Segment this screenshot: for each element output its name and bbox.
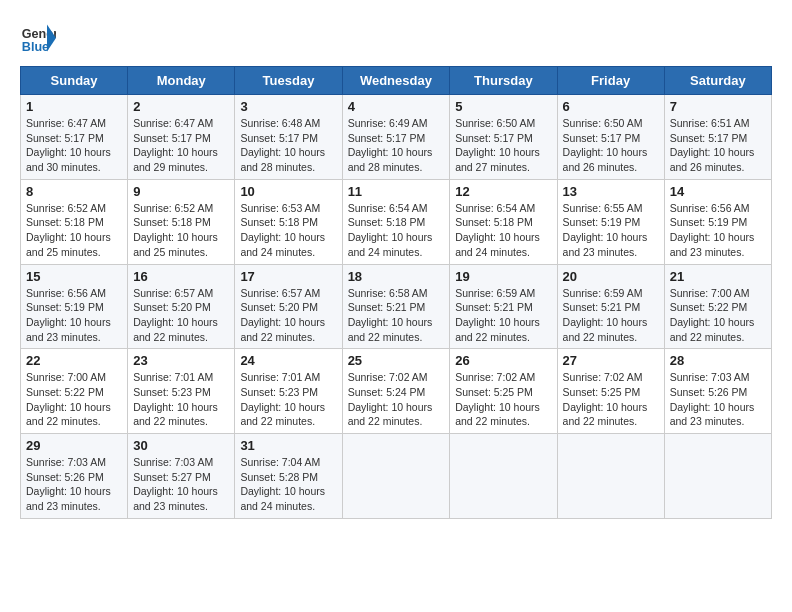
day-info: Sunrise: 6:59 AM Sunset: 5:21 PM Dayligh… bbox=[563, 286, 659, 345]
day-info: Sunrise: 7:00 AM Sunset: 5:22 PM Dayligh… bbox=[670, 286, 766, 345]
calendar-cell: 10 Sunrise: 6:53 AM Sunset: 5:18 PM Dayl… bbox=[235, 179, 342, 264]
day-info: Sunrise: 7:04 AM Sunset: 5:28 PM Dayligh… bbox=[240, 455, 336, 514]
day-info: Sunrise: 6:50 AM Sunset: 5:17 PM Dayligh… bbox=[455, 116, 551, 175]
day-info: Sunrise: 6:52 AM Sunset: 5:18 PM Dayligh… bbox=[133, 201, 229, 260]
calendar-cell: 8 Sunrise: 6:52 AM Sunset: 5:18 PM Dayli… bbox=[21, 179, 128, 264]
day-info: Sunrise: 7:01 AM Sunset: 5:23 PM Dayligh… bbox=[240, 370, 336, 429]
calendar-cell: 30 Sunrise: 7:03 AM Sunset: 5:27 PM Dayl… bbox=[128, 434, 235, 519]
calendar-cell: 27 Sunrise: 7:02 AM Sunset: 5:25 PM Dayl… bbox=[557, 349, 664, 434]
calendar-week-row: 1 Sunrise: 6:47 AM Sunset: 5:17 PM Dayli… bbox=[21, 95, 772, 180]
day-info: Sunrise: 6:56 AM Sunset: 5:19 PM Dayligh… bbox=[670, 201, 766, 260]
calendar-cell: 24 Sunrise: 7:01 AM Sunset: 5:23 PM Dayl… bbox=[235, 349, 342, 434]
day-number: 5 bbox=[455, 99, 551, 114]
header-thursday: Thursday bbox=[450, 67, 557, 95]
day-number: 24 bbox=[240, 353, 336, 368]
calendar-cell: 26 Sunrise: 7:02 AM Sunset: 5:25 PM Dayl… bbox=[450, 349, 557, 434]
day-number: 29 bbox=[26, 438, 122, 453]
calendar-cell: 11 Sunrise: 6:54 AM Sunset: 5:18 PM Dayl… bbox=[342, 179, 450, 264]
calendar-cell: 3 Sunrise: 6:48 AM Sunset: 5:17 PM Dayli… bbox=[235, 95, 342, 180]
calendar-cell: 22 Sunrise: 7:00 AM Sunset: 5:22 PM Dayl… bbox=[21, 349, 128, 434]
day-info: Sunrise: 6:56 AM Sunset: 5:19 PM Dayligh… bbox=[26, 286, 122, 345]
calendar-cell bbox=[664, 434, 771, 519]
day-number: 17 bbox=[240, 269, 336, 284]
calendar-cell: 5 Sunrise: 6:50 AM Sunset: 5:17 PM Dayli… bbox=[450, 95, 557, 180]
calendar-week-row: 22 Sunrise: 7:00 AM Sunset: 5:22 PM Dayl… bbox=[21, 349, 772, 434]
calendar-cell bbox=[557, 434, 664, 519]
calendar-cell: 31 Sunrise: 7:04 AM Sunset: 5:28 PM Dayl… bbox=[235, 434, 342, 519]
calendar-cell: 23 Sunrise: 7:01 AM Sunset: 5:23 PM Dayl… bbox=[128, 349, 235, 434]
day-info: Sunrise: 7:02 AM Sunset: 5:25 PM Dayligh… bbox=[563, 370, 659, 429]
day-info: Sunrise: 6:55 AM Sunset: 5:19 PM Dayligh… bbox=[563, 201, 659, 260]
calendar-cell: 28 Sunrise: 7:03 AM Sunset: 5:26 PM Dayl… bbox=[664, 349, 771, 434]
day-info: Sunrise: 6:49 AM Sunset: 5:17 PM Dayligh… bbox=[348, 116, 445, 175]
day-number: 2 bbox=[133, 99, 229, 114]
day-number: 3 bbox=[240, 99, 336, 114]
day-info: Sunrise: 6:50 AM Sunset: 5:17 PM Dayligh… bbox=[563, 116, 659, 175]
day-info: Sunrise: 7:02 AM Sunset: 5:25 PM Dayligh… bbox=[455, 370, 551, 429]
day-number: 20 bbox=[563, 269, 659, 284]
header-tuesday: Tuesday bbox=[235, 67, 342, 95]
day-info: Sunrise: 7:00 AM Sunset: 5:22 PM Dayligh… bbox=[26, 370, 122, 429]
day-number: 7 bbox=[670, 99, 766, 114]
day-number: 12 bbox=[455, 184, 551, 199]
day-info: Sunrise: 6:53 AM Sunset: 5:18 PM Dayligh… bbox=[240, 201, 336, 260]
day-number: 26 bbox=[455, 353, 551, 368]
day-info: Sunrise: 6:51 AM Sunset: 5:17 PM Dayligh… bbox=[670, 116, 766, 175]
day-number: 31 bbox=[240, 438, 336, 453]
calendar-cell: 20 Sunrise: 6:59 AM Sunset: 5:21 PM Dayl… bbox=[557, 264, 664, 349]
day-info: Sunrise: 6:59 AM Sunset: 5:21 PM Dayligh… bbox=[455, 286, 551, 345]
calendar-cell: 4 Sunrise: 6:49 AM Sunset: 5:17 PM Dayli… bbox=[342, 95, 450, 180]
calendar-week-row: 29 Sunrise: 7:03 AM Sunset: 5:26 PM Dayl… bbox=[21, 434, 772, 519]
day-number: 6 bbox=[563, 99, 659, 114]
logo-icon: General Blue bbox=[20, 20, 56, 56]
day-info: Sunrise: 6:52 AM Sunset: 5:18 PM Dayligh… bbox=[26, 201, 122, 260]
calendar-cell: 2 Sunrise: 6:47 AM Sunset: 5:17 PM Dayli… bbox=[128, 95, 235, 180]
calendar-cell: 17 Sunrise: 6:57 AM Sunset: 5:20 PM Dayl… bbox=[235, 264, 342, 349]
day-info: Sunrise: 6:48 AM Sunset: 5:17 PM Dayligh… bbox=[240, 116, 336, 175]
day-info: Sunrise: 6:47 AM Sunset: 5:17 PM Dayligh… bbox=[26, 116, 122, 175]
calendar-cell: 12 Sunrise: 6:54 AM Sunset: 5:18 PM Dayl… bbox=[450, 179, 557, 264]
calendar-cell bbox=[450, 434, 557, 519]
day-number: 4 bbox=[348, 99, 445, 114]
calendar-body: 1 Sunrise: 6:47 AM Sunset: 5:17 PM Dayli… bbox=[21, 95, 772, 519]
day-number: 19 bbox=[455, 269, 551, 284]
calendar-table: SundayMondayTuesdayWednesdayThursdayFrid… bbox=[20, 66, 772, 519]
day-number: 9 bbox=[133, 184, 229, 199]
day-number: 16 bbox=[133, 269, 229, 284]
calendar-cell: 13 Sunrise: 6:55 AM Sunset: 5:19 PM Dayl… bbox=[557, 179, 664, 264]
header-monday: Monday bbox=[128, 67, 235, 95]
calendar-week-row: 15 Sunrise: 6:56 AM Sunset: 5:19 PM Dayl… bbox=[21, 264, 772, 349]
logo: General Blue bbox=[20, 20, 56, 56]
calendar-cell: 29 Sunrise: 7:03 AM Sunset: 5:26 PM Dayl… bbox=[21, 434, 128, 519]
calendar-cell: 7 Sunrise: 6:51 AM Sunset: 5:17 PM Dayli… bbox=[664, 95, 771, 180]
calendar-cell bbox=[342, 434, 450, 519]
day-info: Sunrise: 7:03 AM Sunset: 5:26 PM Dayligh… bbox=[26, 455, 122, 514]
calendar-cell: 16 Sunrise: 6:57 AM Sunset: 5:20 PM Dayl… bbox=[128, 264, 235, 349]
day-number: 28 bbox=[670, 353, 766, 368]
day-info: Sunrise: 6:47 AM Sunset: 5:17 PM Dayligh… bbox=[133, 116, 229, 175]
calendar-cell: 19 Sunrise: 6:59 AM Sunset: 5:21 PM Dayl… bbox=[450, 264, 557, 349]
calendar-cell: 1 Sunrise: 6:47 AM Sunset: 5:17 PM Dayli… bbox=[21, 95, 128, 180]
day-info: Sunrise: 6:54 AM Sunset: 5:18 PM Dayligh… bbox=[455, 201, 551, 260]
day-number: 13 bbox=[563, 184, 659, 199]
calendar-cell: 25 Sunrise: 7:02 AM Sunset: 5:24 PM Dayl… bbox=[342, 349, 450, 434]
day-info: Sunrise: 7:02 AM Sunset: 5:24 PM Dayligh… bbox=[348, 370, 445, 429]
day-info: Sunrise: 6:57 AM Sunset: 5:20 PM Dayligh… bbox=[240, 286, 336, 345]
header-friday: Friday bbox=[557, 67, 664, 95]
day-info: Sunrise: 6:58 AM Sunset: 5:21 PM Dayligh… bbox=[348, 286, 445, 345]
day-info: Sunrise: 7:03 AM Sunset: 5:27 PM Dayligh… bbox=[133, 455, 229, 514]
day-info: Sunrise: 6:57 AM Sunset: 5:20 PM Dayligh… bbox=[133, 286, 229, 345]
day-number: 15 bbox=[26, 269, 122, 284]
calendar-header-row: SundayMondayTuesdayWednesdayThursdayFrid… bbox=[21, 67, 772, 95]
header-sunday: Sunday bbox=[21, 67, 128, 95]
calendar-cell: 21 Sunrise: 7:00 AM Sunset: 5:22 PM Dayl… bbox=[664, 264, 771, 349]
day-number: 8 bbox=[26, 184, 122, 199]
day-info: Sunrise: 6:54 AM Sunset: 5:18 PM Dayligh… bbox=[348, 201, 445, 260]
day-number: 23 bbox=[133, 353, 229, 368]
day-number: 27 bbox=[563, 353, 659, 368]
day-number: 11 bbox=[348, 184, 445, 199]
header-saturday: Saturday bbox=[664, 67, 771, 95]
calendar-cell: 9 Sunrise: 6:52 AM Sunset: 5:18 PM Dayli… bbox=[128, 179, 235, 264]
day-number: 21 bbox=[670, 269, 766, 284]
calendar-cell: 14 Sunrise: 6:56 AM Sunset: 5:19 PM Dayl… bbox=[664, 179, 771, 264]
